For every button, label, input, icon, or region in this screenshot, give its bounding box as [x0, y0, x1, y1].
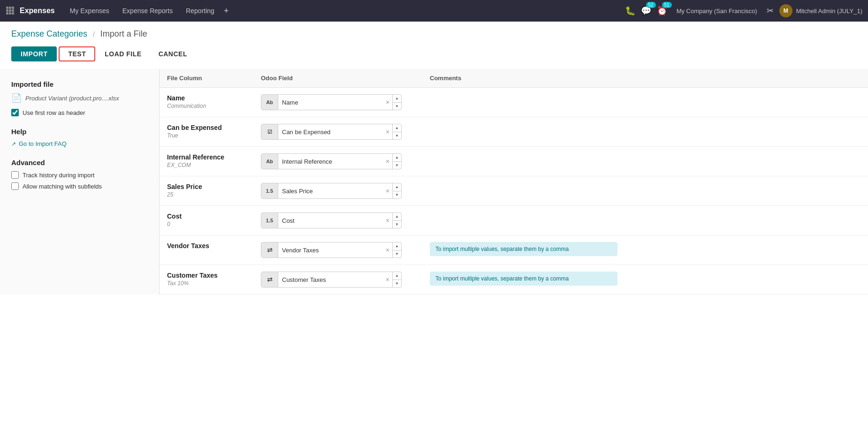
- field-select-value[interactable]: Customer Taxes: [278, 276, 383, 283]
- svg-rect-4: [9, 9, 11, 12]
- file-field-name: Sales Price: [167, 183, 246, 190]
- odoo-field-select[interactable]: Ab Name × ▲ ▼: [261, 94, 402, 110]
- field-clear-button[interactable]: ×: [383, 217, 392, 224]
- field-arrow-down[interactable]: ▼: [393, 162, 401, 169]
- file-column-cell: NameCommunication: [160, 88, 253, 117]
- nav-expense-reports[interactable]: Expense Reports: [117, 7, 178, 15]
- field-type-badge: 1.5: [261, 213, 278, 228]
- field-arrow-up[interactable]: ▲: [393, 154, 401, 161]
- cancel-button[interactable]: CANCEL: [151, 46, 195, 61]
- file-column-cell: Internal ReferenceEX_COM: [160, 147, 253, 176]
- svg-rect-7: [9, 12, 11, 15]
- sidebar: Imported file 📄 Product Variant (product…: [0, 69, 160, 295]
- field-arrow-up[interactable]: ▲: [393, 272, 401, 280]
- track-history-label[interactable]: Track history during import: [23, 172, 94, 179]
- file-field-name: Internal Reference: [167, 153, 246, 161]
- field-arrow-up[interactable]: ▲: [393, 183, 401, 191]
- settings-icon[interactable]: ✂: [767, 6, 774, 16]
- odoo-field-cell: ⇄ Vendor Taxes × ▲ ▼: [253, 235, 422, 265]
- external-link-icon: ↗: [11, 141, 16, 147]
- field-arrows: ▲ ▼: [392, 154, 401, 169]
- use-first-row-label[interactable]: Use first row as header: [23, 109, 85, 116]
- comment-box: To import multiple values, separate them…: [430, 272, 617, 286]
- chat-badge: 52: [646, 2, 656, 8]
- field-arrows: ▲ ▼: [392, 124, 401, 139]
- field-clear-button[interactable]: ×: [383, 276, 392, 283]
- field-arrow-down[interactable]: ▼: [393, 103, 401, 110]
- field-clear-button[interactable]: ×: [383, 99, 392, 106]
- nav-reporting[interactable]: Reporting: [180, 7, 220, 15]
- file-column-cell: Vendor Taxes: [160, 235, 253, 265]
- allow-matching-checkbox[interactable]: [11, 182, 19, 190]
- nav-my-expenses[interactable]: My Expenses: [64, 7, 115, 15]
- bug-icon[interactable]: 🐛: [625, 6, 635, 16]
- field-select-value[interactable]: Can be Expensed: [278, 129, 383, 136]
- table-row: Can be ExpensedTrue ☑ Can be Expensed × …: [160, 117, 868, 147]
- add-menu-button[interactable]: +: [224, 6, 229, 16]
- field-arrow-up[interactable]: ▲: [393, 242, 401, 250]
- field-arrow-up[interactable]: ▲: [393, 95, 401, 102]
- odoo-field-select[interactable]: ⇄ Vendor Taxes × ▲ ▼: [261, 242, 402, 258]
- topnav-icons: 🐛 💬 52 ⏰ 51 My Company (San Francisco) ✂…: [625, 4, 862, 17]
- field-arrow-down[interactable]: ▼: [393, 132, 401, 140]
- help-title: Help: [11, 128, 148, 136]
- field-arrows: ▲ ▼: [392, 95, 401, 110]
- field-arrow-up[interactable]: ▲: [393, 213, 401, 220]
- svg-rect-0: [6, 7, 8, 9]
- field-arrow-down[interactable]: ▼: [393, 250, 401, 258]
- field-type-badge: ☑: [261, 124, 278, 139]
- import-button[interactable]: IMPORT: [11, 46, 57, 61]
- file-field-sub: True: [167, 132, 246, 139]
- odoo-field-select[interactable]: 1.5 Cost × ▲ ▼: [261, 212, 402, 228]
- table-row: Cost0 1.5 Cost × ▲ ▼: [160, 206, 868, 235]
- import-mapping-table: File Column Odoo Field Comments NameComm…: [160, 69, 868, 295]
- odoo-field-select[interactable]: Ab Internal Reference × ▲ ▼: [261, 153, 402, 169]
- comments-cell: [422, 206, 868, 235]
- odoo-field-cell: 1.5 Sales Price × ▲ ▼: [253, 176, 422, 206]
- grid-icon[interactable]: [6, 6, 14, 16]
- field-arrow-down[interactable]: ▼: [393, 221, 401, 228]
- field-select-value[interactable]: Cost: [278, 217, 383, 224]
- chat-badge-wrap[interactable]: 💬 52: [641, 6, 651, 16]
- field-select-value[interactable]: Internal Reference: [278, 158, 383, 165]
- file-field-sub: Tax 10%: [167, 280, 246, 287]
- use-first-row-checkbox[interactable]: [11, 109, 19, 116]
- field-arrow-up[interactable]: ▲: [393, 124, 401, 132]
- odoo-field-select[interactable]: 1.5 Sales Price × ▲ ▼: [261, 183, 402, 199]
- field-clear-button[interactable]: ×: [383, 188, 392, 194]
- field-clear-button[interactable]: ×: [383, 158, 392, 165]
- clock-badge-wrap[interactable]: ⏰ 51: [657, 6, 667, 16]
- comments-cell: To import multiple values, separate them…: [422, 265, 868, 295]
- field-clear-button[interactable]: ×: [383, 247, 392, 253]
- field-arrow-down[interactable]: ▼: [393, 191, 401, 199]
- breadcrumb: Expense Categories / Import a File: [0, 22, 868, 43]
- field-arrow-down[interactable]: ▼: [393, 280, 401, 288]
- field-type-badge: 1.5: [261, 183, 278, 198]
- advanced-title: Advanced: [11, 159, 148, 167]
- user-menu[interactable]: M Mitchell Admin (JULY_1): [779, 4, 862, 17]
- breadcrumb-parent[interactable]: Expense Categories: [11, 29, 87, 38]
- field-select-value[interactable]: Vendor Taxes: [278, 247, 383, 254]
- comment-box: To import multiple values, separate them…: [430, 242, 617, 256]
- col-header-file: File Column: [160, 69, 253, 88]
- odoo-field-select[interactable]: ⇄ Customer Taxes × ▲ ▼: [261, 272, 402, 288]
- field-clear-button[interactable]: ×: [383, 129, 392, 135]
- table-row: Customer TaxesTax 10% ⇄ Customer Taxes ×…: [160, 265, 868, 295]
- allow-matching-label[interactable]: Allow matching with subfields: [23, 183, 102, 190]
- field-arrows: ▲ ▼: [392, 242, 401, 258]
- svg-rect-8: [12, 12, 14, 15]
- odoo-field-cell: Ab Internal Reference × ▲ ▼: [253, 147, 422, 176]
- field-select-value[interactable]: Name: [278, 99, 383, 106]
- odoo-field-cell: 1.5 Cost × ▲ ▼: [253, 206, 422, 235]
- test-button[interactable]: TEST: [59, 46, 95, 61]
- track-history-checkbox[interactable]: [11, 171, 19, 179]
- table-row: Internal ReferenceEX_COM Ab Internal Ref…: [160, 147, 868, 176]
- load-file-button[interactable]: LOAD FILE: [97, 46, 149, 61]
- file-field-sub: Communication: [167, 103, 246, 109]
- field-select-value[interactable]: Sales Price: [278, 188, 383, 195]
- company-name[interactable]: My Company (San Francisco): [677, 8, 757, 15]
- faq-link[interactable]: ↗ Go to Import FAQ: [11, 140, 148, 147]
- odoo-field-select[interactable]: ☑ Can be Expensed × ▲ ▼: [261, 124, 402, 140]
- odoo-field-cell: ☑ Can be Expensed × ▲ ▼: [253, 117, 422, 147]
- file-column-cell: Sales Price25: [160, 176, 253, 206]
